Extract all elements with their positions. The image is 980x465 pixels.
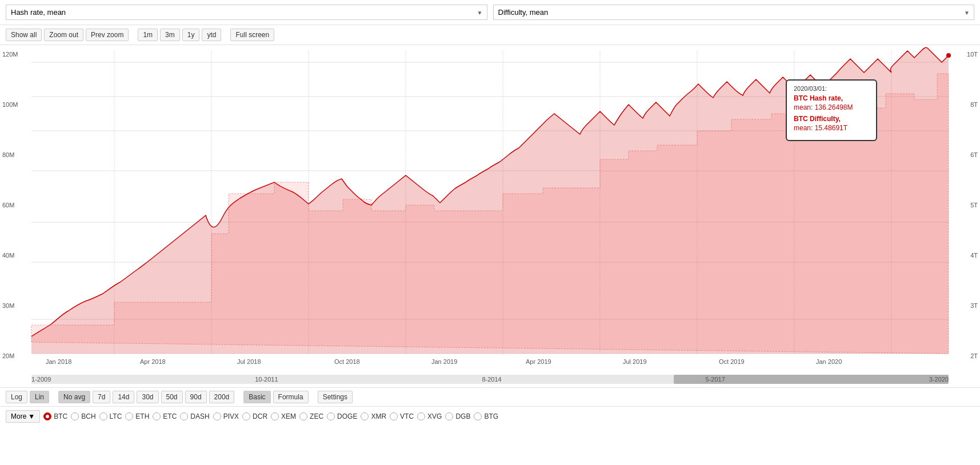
basic-button[interactable]: Basic: [243, 391, 270, 403]
prev-zoom-button[interactable]: Prev zoom: [86, 29, 129, 41]
zoom-out-button[interactable]: Zoom out: [44, 29, 83, 41]
coin-radio-btg: [474, 412, 482, 420]
settings-button[interactable]: Settings: [318, 391, 353, 403]
coin-label-doge: DOGE: [337, 412, 357, 420]
50d-button[interactable]: 50d: [161, 391, 183, 403]
svg-text:Apr 2018: Apr 2018: [140, 358, 166, 365]
coin-label-etc: ETC: [163, 412, 177, 420]
coin-radio-eth: [125, 412, 133, 420]
1m-button[interactable]: 1m: [138, 29, 158, 41]
coin-label-pivx: PIVX: [223, 412, 239, 420]
3m-button[interactable]: 3m: [160, 29, 180, 41]
coin-label-dgb: DGB: [455, 412, 470, 420]
range-bar[interactable]: 1-2009 10-2011 8-2014 5-2017 3-2020: [31, 375, 949, 384]
top-selects-row: Hash rate, meanHash rate, maxHash rate, …: [0, 0, 980, 25]
left-metric-select-wrapper: Hash rate, meanHash rate, maxHash rate, …: [6, 5, 487, 20]
svg-point-17: [946, 53, 951, 58]
coin-label-xmr: XMR: [371, 412, 386, 420]
coin-radio-bch: [71, 412, 79, 420]
right-metric-select[interactable]: Difficulty, meanDifficulty, maxDifficult…: [493, 5, 975, 20]
coin-label-bch: BCH: [81, 412, 95, 420]
coin-item-etc[interactable]: ETC: [153, 412, 177, 420]
tooltip-label1: BTC Hash rate,: [794, 94, 869, 102]
coin-radio-etc: [153, 412, 161, 420]
range-label-0: 1-2009: [31, 376, 51, 383]
tooltip-value2: mean: 15.48691T: [794, 124, 869, 132]
show-all-button[interactable]: Show all: [6, 29, 42, 41]
svg-text:Jan 2018: Jan 2018: [46, 358, 71, 365]
coin-label-vtc: VTC: [400, 412, 414, 420]
coin-label-eth: ETH: [135, 412, 149, 420]
coin-radio-zec: [299, 412, 307, 420]
svg-text:Oct 2019: Oct 2019: [719, 358, 745, 365]
range-label-1: 10-2011: [255, 376, 278, 383]
coin-radio-xem: [271, 412, 279, 420]
more-button[interactable]: More ▼: [6, 410, 40, 423]
coin-radio-xvg: [417, 412, 425, 420]
coin-label-btc: BTC: [54, 412, 67, 420]
coin-label-dcr: DCR: [253, 412, 267, 420]
coin-item-pivx[interactable]: PIVX: [213, 412, 239, 420]
svg-text:Jan 2020: Jan 2020: [816, 358, 842, 365]
coin-item-ltc[interactable]: LTC: [99, 412, 122, 420]
coin-item-xvg[interactable]: XVG: [417, 412, 442, 420]
tooltip-value1: mean: 136.26498M: [794, 103, 869, 111]
coin-label-ltc: LTC: [110, 412, 122, 420]
coin-item-eth[interactable]: ETH: [125, 412, 149, 420]
ytd-button[interactable]: ytd: [202, 29, 221, 41]
formula-button[interactable]: Formula: [273, 391, 309, 403]
no-avg-button[interactable]: No avg: [58, 391, 90, 403]
7d-button[interactable]: 7d: [93, 391, 110, 403]
full-screen-button[interactable]: Full screen: [230, 29, 274, 41]
coin-item-vtc[interactable]: VTC: [390, 412, 414, 420]
lin-button[interactable]: Lin: [30, 391, 49, 403]
coin-radio-btc: [43, 412, 51, 420]
log-button[interactable]: Log: [6, 391, 27, 403]
coin-label-btg: BTG: [484, 412, 498, 420]
coin-item-xmr[interactable]: XMR: [361, 412, 386, 420]
coin-bar: More ▼ BTC BCH LTC ETH ETC DASH PIVX DCR: [0, 407, 980, 426]
right-metric-select-wrapper: Difficulty, meanDifficulty, maxDifficult…: [493, 5, 975, 20]
1y-button[interactable]: 1y: [182, 29, 200, 41]
bottom-toolbar: Log Lin No avg 7d 14d 30d 50d 90d 200d B…: [0, 388, 980, 407]
coin-radio-ltc: [99, 412, 107, 420]
tooltip-label2: BTC Difficulty,: [794, 115, 869, 123]
coin-radio-dgb: [445, 412, 453, 420]
coin-label-xem: XEM: [281, 412, 296, 420]
range-active-region: [674, 375, 949, 384]
coin-radio-vtc: [390, 412, 398, 420]
coin-item-btg[interactable]: BTG: [474, 412, 498, 420]
svg-text:Oct 2018: Oct 2018: [334, 358, 360, 365]
coin-radio-dcr: [242, 412, 250, 420]
chart-tooltip: 2020/03/01: BTC Hash rate, mean: 136.264…: [786, 79, 877, 141]
range-bar-area[interactable]: 1-2009 10-2011 8-2014 5-2017 3-2020: [0, 371, 980, 388]
coin-item-zec[interactable]: ZEC: [299, 412, 323, 420]
coin-item-xem[interactable]: XEM: [271, 412, 296, 420]
svg-text:Jul 2019: Jul 2019: [623, 358, 647, 365]
coin-item-bch[interactable]: BCH: [71, 412, 95, 420]
coin-label-xvg: XVG: [427, 412, 442, 420]
coin-radio-dash: [180, 412, 188, 420]
200d-button[interactable]: 200d: [209, 391, 235, 403]
14d-button[interactable]: 14d: [113, 391, 134, 403]
svg-text:Apr 2019: Apr 2019: [526, 358, 551, 365]
svg-text:Jul 2018: Jul 2018: [237, 358, 261, 365]
30d-button[interactable]: 30d: [137, 391, 158, 403]
coin-item-dash[interactable]: DASH: [180, 412, 209, 420]
more-chevron-icon: ▼: [28, 412, 35, 420]
coin-item-doge[interactable]: DOGE: [327, 412, 357, 420]
left-metric-select[interactable]: Hash rate, meanHash rate, maxHash rate, …: [6, 5, 487, 20]
coin-radio-xmr: [361, 412, 369, 420]
top-toolbar: Show all Zoom out Prev zoom 1m 3m 1y ytd…: [0, 25, 980, 45]
more-label: More: [11, 412, 26, 420]
svg-text:Jan 2019: Jan 2019: [431, 358, 457, 365]
90d-button[interactable]: 90d: [185, 391, 207, 403]
coin-label-zec: ZEC: [310, 412, 323, 420]
range-label-2: 8-2014: [482, 376, 501, 383]
coin-item-dgb[interactable]: DGB: [445, 412, 470, 420]
coin-radio-pivx: [213, 412, 221, 420]
chart-area: 120M 100M 80M 60M 40M 30M 20M 10T 8T 6T …: [0, 45, 980, 371]
coin-label-dash: DASH: [190, 412, 209, 420]
coin-item-dcr[interactable]: DCR: [242, 412, 267, 420]
coin-item-btc[interactable]: BTC: [43, 412, 67, 420]
